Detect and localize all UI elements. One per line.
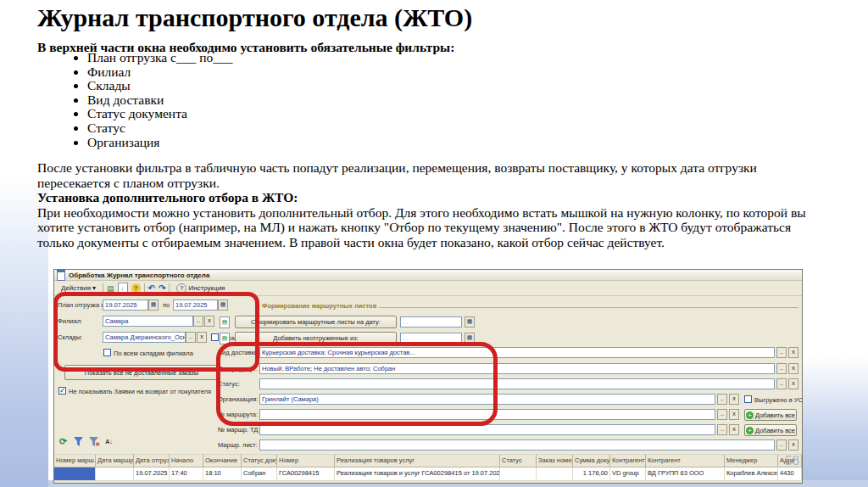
clear-icon[interactable]: x: [788, 439, 798, 451]
warehouse-input[interactable]: Самара Дзержинского_Осн: [103, 332, 186, 343]
add-unshipped-button[interactable]: Добавить неотгруженные из:: [235, 332, 397, 344]
table-cell-amount[interactable]: 1 176,00: [573, 467, 610, 481]
column-header[interactable]: Менеджер: [725, 454, 778, 467]
form-route-sheets-button[interactable]: Сформировать маршрутные листы на дату:: [235, 316, 397, 328]
sheet-icon[interactable]: ▤: [220, 333, 230, 344]
table-cell[interactable]: VD group: [610, 467, 646, 481]
column-header[interactable]: Окончание: [203, 454, 242, 467]
plus-icon: +: [746, 411, 754, 419]
ellipsis-button[interactable]: ..: [717, 394, 727, 405]
column-header[interactable]: Дата отгруз..: [134, 454, 170, 467]
refresh-icon[interactable]: ⟳: [58, 436, 69, 447]
clear-filter-icon[interactable]: ✕: [88, 436, 99, 447]
calendar-icon[interactable]: ▦: [148, 299, 159, 311]
ellipsis-button[interactable]: ..: [776, 347, 787, 358]
add-date-input[interactable]: . .: [400, 333, 462, 344]
column-header[interactable]: Дата маршр..: [96, 454, 134, 467]
column-header[interactable]: Заказ номер: [537, 454, 573, 467]
ellipsis-button[interactable]: ..: [776, 439, 787, 451]
unloaded-checkbox[interactable]: [744, 395, 752, 403]
column-header[interactable]: Контрагент: [646, 454, 725, 467]
table-cell[interactable]: [96, 467, 134, 481]
bullet-item: Организация: [87, 136, 232, 150]
add-all-button[interactable]: + Добавить все: [744, 409, 797, 421]
krome-checkbox[interactable]: [211, 333, 219, 341]
calendar-icon[interactable]: ▦: [465, 333, 475, 344]
ellipsis-button[interactable]: ..: [193, 316, 203, 327]
toolbar-separator: [103, 283, 103, 294]
column-header[interactable]: Начало: [170, 454, 203, 467]
column-header[interactable]: Сумма доку..: [573, 454, 610, 467]
doc-status-input[interactable]: Новый; ВРаботе; Не доставлен авто; Собра…: [259, 363, 775, 374]
table-cell[interactable]: ВД ГРУПП 63 ООО: [646, 467, 725, 481]
app-window: Обработка Журнал транспортного отдела Де…: [53, 269, 803, 484]
route-td-number-label: № маршр. ТД:: [218, 426, 259, 434]
clear-icon[interactable]: x: [788, 378, 798, 389]
column-header[interactable]: Реализация товаров услуг: [335, 454, 500, 467]
ellipsis-button[interactable]: ..: [776, 378, 787, 389]
table-cell[interactable]: Собран: [242, 467, 277, 481]
table-cell[interactable]: [500, 467, 537, 481]
sort-icon[interactable]: А↓: [103, 436, 114, 447]
table-header-row: Номер марш.. Дата маршр.. Дата отгруз.. …: [54, 454, 802, 467]
sheet-icon[interactable]: ▤: [220, 316, 230, 328]
ellipsis-button[interactable]: ..: [186, 332, 196, 343]
actions-menu-button[interactable]: Действия ▾: [58, 283, 99, 294]
report-icon[interactable]: ▤: [107, 284, 114, 293]
toolbar-separator: [169, 283, 170, 294]
status-input[interactable]: [259, 378, 775, 389]
redo-icon[interactable]: ↷: [159, 284, 165, 293]
bullet-item: Вид доставки: [87, 93, 232, 108]
route-number-input[interactable]: [259, 409, 715, 420]
table-cell[interactable]: ГСА00298415: [277, 467, 335, 481]
all-warehouses-checkbox[interactable]: [103, 349, 111, 356]
subheading-additional-selection: Установка дополнительного отбора в ЖТО:: [37, 190, 810, 205]
route-td-number-input[interactable]: [259, 424, 715, 435]
table-cell[interactable]: 4430: [778, 467, 802, 481]
clear-icon[interactable]: x: [204, 316, 214, 327]
table-cell[interactable]: 19.07.2025: [134, 467, 170, 481]
table-cell[interactable]: 18:10: [203, 467, 242, 481]
clear-icon[interactable]: x: [729, 409, 739, 420]
table-cell[interactable]: 17:40: [170, 467, 203, 481]
calendar-icon[interactable]: ▦: [218, 299, 228, 311]
plan-from-input[interactable]: 19.07.2025: [103, 299, 148, 311]
clear-icon[interactable]: x: [729, 394, 739, 405]
delivery-type-input[interactable]: Курьерская доставка; Срочная курьерская …: [259, 347, 775, 358]
ellipsis-button[interactable]: ..: [717, 424, 727, 435]
undo-icon[interactable]: ↶: [148, 284, 155, 293]
column-header[interactable]: Номер: [277, 454, 335, 467]
table-cell[interactable]: Реализация товаров и услуг ГСА00298415 о…: [335, 467, 500, 481]
calendar-icon[interactable]: ▦: [465, 316, 475, 327]
bullet-item: Статус: [87, 121, 232, 136]
form-date-input[interactable]: . .: [400, 316, 462, 327]
column-header[interactable]: Статус доку..: [242, 454, 277, 467]
help-icon[interactable]: ?: [131, 283, 141, 293]
branch-input[interactable]: Самара: [103, 316, 193, 327]
ellipsis-button[interactable]: ..: [776, 363, 787, 374]
no-returns-checkbox[interactable]: ✓: [58, 387, 66, 395]
organization-input[interactable]: Гринлайт (Самара): [259, 394, 715, 405]
page-number: 58: [785, 452, 799, 469]
add-all-button[interactable]: + Добавить все: [744, 424, 797, 436]
clear-icon[interactable]: x: [788, 363, 798, 374]
plan-to-input[interactable]: 19.07.2025: [173, 299, 218, 311]
selected-cell[interactable]: [54, 467, 96, 481]
column-header[interactable]: Номер марш..: [54, 454, 96, 467]
table-cell[interactable]: Кораблев Алексей В..: [725, 467, 778, 481]
bullet-item: Филиал: [87, 65, 232, 80]
filter-icon[interactable]: [73, 436, 84, 447]
column-header[interactable]: Статус: [500, 454, 537, 467]
column-header[interactable]: Контрагент ..: [610, 454, 646, 467]
show-all-undelivered-button[interactable]: Показать все не доставленные заказы: [64, 365, 219, 380]
clear-icon[interactable]: x: [729, 424, 739, 435]
clear-icon[interactable]: x: [788, 347, 798, 358]
instruction-button[interactable]: ? Инструкция: [173, 282, 228, 295]
route-sheet-input[interactable]: [259, 439, 775, 451]
table-cell[interactable]: [537, 467, 573, 481]
unloaded-label: Выгружено в УС: [754, 396, 803, 404]
export-sheet-icon[interactable]: ↓: [118, 283, 128, 294]
clear-icon[interactable]: x: [197, 332, 207, 343]
ellipsis-button[interactable]: ..: [717, 409, 727, 420]
table-row[interactable]: 19.07.2025 17:40 18:10 Собран ГСА0029841…: [54, 467, 802, 481]
